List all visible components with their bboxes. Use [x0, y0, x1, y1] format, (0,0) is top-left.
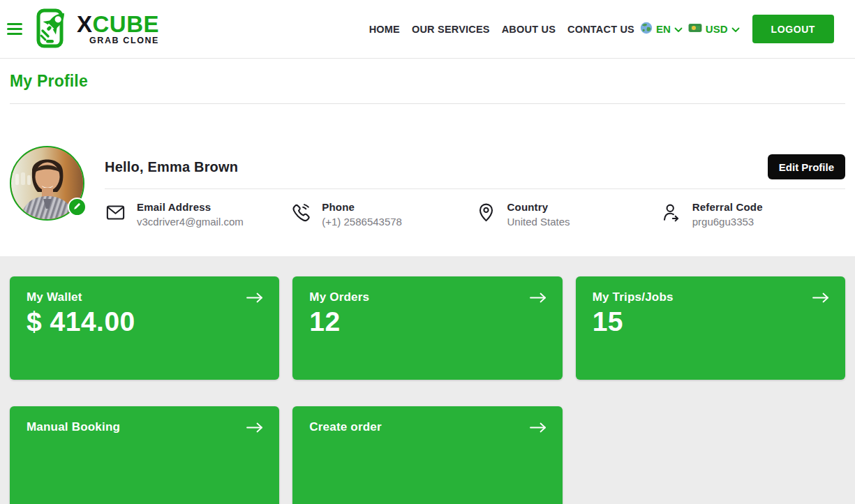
language-selector[interactable]: EN — [640, 22, 683, 36]
arrow-right-icon — [246, 422, 264, 436]
profile-fields: Email Address v3cdriver4@gmail.com Phone… — [105, 201, 845, 228]
field-country: Country United States — [475, 201, 660, 228]
arrow-right-icon — [246, 292, 264, 306]
field-value: (+1) 2586543578 — [322, 216, 402, 228]
arrow-right-icon — [812, 292, 830, 306]
field-referral: Referral Code prgu6gu3353 — [660, 201, 845, 228]
currency-code: USD — [706, 23, 728, 35]
field-value: v3cdriver4@gmail.com — [137, 216, 244, 228]
pencil-icon — [73, 201, 82, 214]
logo-phone-rocket-icon — [31, 6, 73, 52]
card-my-trips-jobs[interactable]: My Trips/Jobs 15 — [576, 276, 845, 380]
card-manual-booking[interactable]: Manual Booking — [10, 406, 279, 504]
field-email: Email Address v3cdriver4@gmail.com — [105, 201, 290, 228]
card-my-wallet[interactable]: My Wallet $ 414.00 — [10, 276, 279, 380]
card-value: 15 — [593, 306, 828, 337]
banknote-icon — [688, 23, 702, 35]
page-title: My Profile — [10, 72, 845, 91]
location-pin-icon — [475, 202, 498, 226]
chevron-down-icon — [674, 23, 683, 35]
logout-button[interactable]: LOGOUT — [752, 15, 834, 43]
title-divider — [10, 103, 845, 104]
card-title: My Wallet — [27, 290, 262, 304]
currency-selector[interactable]: USD — [688, 23, 740, 35]
envelope-icon — [105, 202, 127, 226]
card-title: My Trips/Jobs — [593, 290, 828, 304]
field-label: Phone — [322, 201, 402, 213]
phone-icon — [290, 202, 312, 226]
field-label: Referral Code — [692, 201, 763, 213]
card-title: Create order — [309, 420, 545, 434]
card-title: My Orders — [309, 290, 545, 304]
greeting: Hello, Emma Brown — [105, 159, 238, 175]
language-code: EN — [656, 23, 671, 35]
field-phone: Phone (+1) 2586543578 — [290, 201, 475, 228]
nav-about-us[interactable]: ABOUT US — [502, 24, 556, 35]
arrow-right-icon — [529, 292, 547, 306]
logo-x: X — [77, 11, 93, 37]
profile-section: Hello, Emma Brown Edit Profile Email Add… — [10, 146, 845, 256]
card-create-order[interactable]: Create order — [292, 406, 562, 504]
avatar-edit-badge[interactable] — [68, 198, 87, 216]
dashboard-cards-section: My Wallet $ 414.00 My Orders 12 My Trips… — [0, 256, 855, 504]
avatar — [10, 146, 84, 221]
arrow-right-icon — [529, 422, 547, 436]
field-label: Email Address — [137, 201, 244, 213]
field-value: prgu6gu3353 — [692, 216, 763, 228]
card-my-orders[interactable]: My Orders 12 — [292, 276, 562, 380]
card-value: $ 414.00 — [27, 306, 262, 337]
referral-icon — [660, 202, 683, 226]
hamburger-menu-icon[interactable] — [7, 23, 22, 35]
field-value: United States — [507, 216, 570, 228]
logo-text: XCUBE GRAB CLONE — [77, 13, 159, 45]
card-title: Manual Booking — [27, 420, 262, 434]
profile-divider — [105, 188, 845, 189]
header: XCUBE GRAB CLONE HOME OUR SERVICES ABOUT… — [0, 0, 855, 59]
title-section: My Profile — [0, 72, 855, 104]
logo[interactable]: XCUBE GRAB CLONE — [31, 6, 159, 52]
logo-cube: CUBE — [93, 11, 160, 37]
edit-profile-button[interactable]: Edit Profile — [768, 154, 845, 179]
card-value: 12 — [309, 306, 545, 337]
main-nav: HOME OUR SERVICES ABOUT US CONTACT US — [369, 24, 634, 35]
globe-icon — [640, 22, 653, 36]
nav-home[interactable]: HOME — [369, 24, 400, 35]
logo-subtitle: GRAB CLONE — [89, 36, 159, 45]
chevron-down-icon — [731, 23, 740, 35]
nav-our-services[interactable]: OUR SERVICES — [412, 24, 490, 35]
field-label: Country — [507, 201, 570, 213]
nav-contact-us[interactable]: CONTACT US — [567, 24, 634, 35]
profile-details: Hello, Emma Brown Edit Profile Email Add… — [105, 146, 845, 228]
